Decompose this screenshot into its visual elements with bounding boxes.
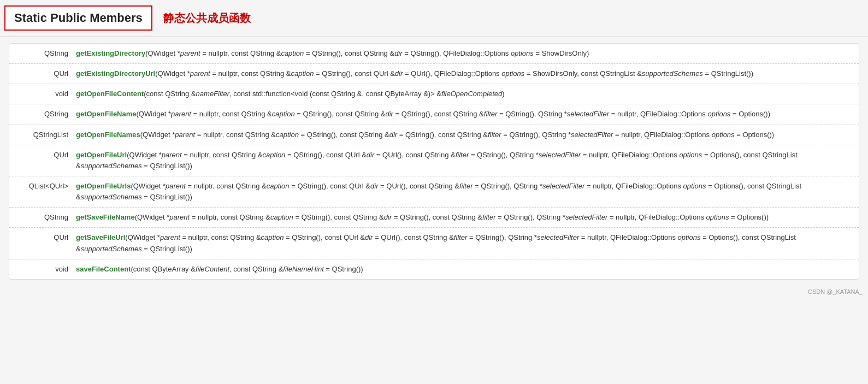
function-params: (const QByteArray &fileContent, const QS… — [131, 265, 363, 273]
function-name-link[interactable]: getOpenFileName — [76, 110, 137, 118]
member-signature: getOpenFileUrls(QWidget *parent = nullpt… — [76, 181, 852, 203]
member-signature: getExistingDirectory(QWidget *parent = n… — [76, 48, 852, 59]
return-type: QUrl — [16, 232, 76, 241]
member-signature: getSaveFileUrl(QWidget *parent = nullptr… — [76, 232, 852, 254]
function-name-link[interactable]: getOpenFileNames — [76, 131, 140, 139]
header-section: Static Public Members 静态公共成员函数 — [0, 0, 868, 37]
function-name-link[interactable]: getExistingDirectory — [76, 49, 145, 57]
function-name-link[interactable]: getExistingDirectoryUrl — [76, 69, 155, 78]
page-wrapper: Static Public Members 静态公共成员函数 QStringge… — [0, 0, 868, 384]
table-row: QUrlgetExistingDirectoryUrl(QWidget *par… — [9, 64, 859, 84]
function-params: (QWidget *parent = nullptr, const QStrin… — [145, 49, 589, 57]
return-type: QString — [16, 109, 76, 118]
return-type: QList<QUrl> — [16, 181, 76, 190]
function-params: (QWidget *parent = nullptr, const QStrin… — [135, 213, 769, 221]
return-type: QUrl — [16, 68, 76, 78]
table-row: QStringListgetOpenFileNames(QWidget *par… — [9, 125, 859, 145]
member-signature: getOpenFileNames(QWidget *parent = nullp… — [76, 129, 852, 140]
member-signature: getOpenFileName(QWidget *parent = nullpt… — [76, 109, 852, 120]
function-name-link[interactable]: getOpenFileContent — [76, 90, 144, 98]
table-row: QStringgetSaveFileName(QWidget *parent =… — [9, 208, 859, 228]
section-title-en: Static Public Members — [14, 11, 143, 25]
members-table: QStringgetExistingDirectory(QWidget *par… — [9, 43, 859, 280]
member-signature: getOpenFileUrl(QWidget *parent = nullptr… — [76, 150, 852, 172]
function-params: (QWidget *parent = nullptr, const QStrin… — [137, 110, 770, 118]
table-row: QList<QUrl>getOpenFileUrls(QWidget *pare… — [9, 176, 859, 208]
function-name-link[interactable]: getOpenFileUrl — [76, 151, 127, 159]
function-params: (const QString &nameFilter, const std::f… — [144, 90, 504, 98]
section-title-box: Static Public Members — [4, 5, 152, 31]
table-row: QStringgetOpenFileName(QWidget *parent =… — [9, 104, 859, 125]
return-type: QString — [16, 48, 76, 57]
function-params: (QWidget *parent = nullptr, const QStrin… — [155, 69, 753, 78]
function-name-link[interactable]: getSaveFileName — [76, 213, 135, 221]
table-row: QUrlgetSaveFileUrl(QWidget *parent = nul… — [9, 228, 859, 259]
function-name-link[interactable]: getSaveFileUrl — [76, 233, 125, 241]
function-params: (QWidget *parent = nullptr, const QStrin… — [76, 233, 796, 252]
table-row: QStringgetExistingDirectory(QWidget *par… — [9, 44, 859, 64]
table-row: voidgetOpenFileContent(const QString &na… — [9, 84, 859, 104]
function-name-link[interactable]: saveFileContent — [76, 265, 131, 273]
return-type: QString — [16, 212, 76, 221]
return-type: void — [16, 88, 76, 98]
member-signature: getOpenFileContent(const QString &nameFi… — [76, 88, 852, 99]
return-type: void — [16, 264, 76, 273]
member-signature: getSaveFileName(QWidget *parent = nullpt… — [76, 212, 852, 223]
table-row: QUrlgetOpenFileUrl(QWidget *parent = nul… — [9, 145, 859, 176]
function-params: (QWidget *parent = nullptr, const QStrin… — [76, 182, 801, 201]
function-params: (QWidget *parent = nullptr, const QStrin… — [76, 151, 798, 170]
function-params: (QWidget *parent = nullptr, const QStrin… — [140, 131, 774, 139]
table-row: voidsaveFileContent(const QByteArray &fi… — [9, 259, 859, 279]
return-type: QUrl — [16, 150, 76, 159]
return-type: QStringList — [16, 129, 76, 139]
function-name-link[interactable]: getOpenFileUrls — [76, 182, 131, 190]
watermark: CSDN @_KATANA_ — [0, 286, 868, 297]
section-title-cn: 静态公共成员函数 — [163, 11, 251, 26]
member-signature: saveFileContent(const QByteArray &fileCo… — [76, 264, 852, 275]
member-signature: getExistingDirectoryUrl(QWidget *parent … — [76, 68, 852, 79]
